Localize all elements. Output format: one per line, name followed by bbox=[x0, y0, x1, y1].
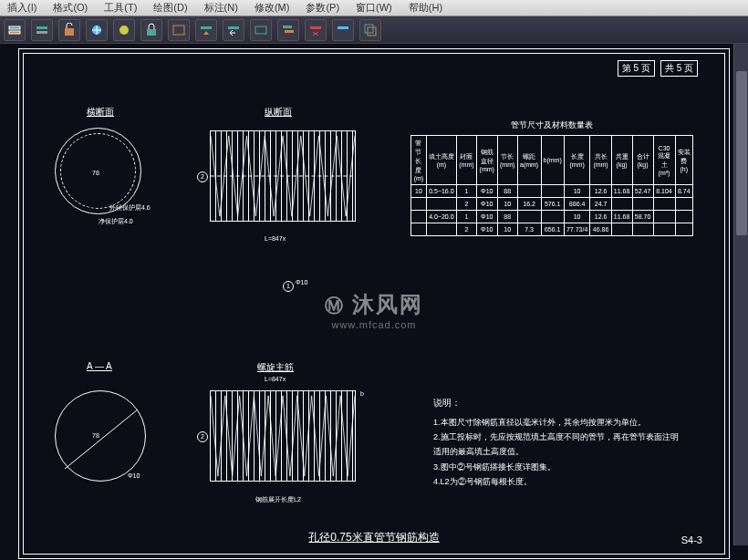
svg-rect-0 bbox=[9, 26, 20, 29]
sheet-total: 共 5 页 bbox=[660, 60, 698, 77]
table-cell: 576.1 bbox=[541, 198, 564, 211]
table-cell: 2 bbox=[456, 198, 476, 211]
tool-layer-4[interactable] bbox=[86, 19, 108, 41]
tool-layer-10[interactable] bbox=[250, 19, 272, 41]
phi-callout: Φ10 bbox=[296, 279, 307, 285]
table-cell bbox=[411, 198, 427, 211]
table-row: 100.5~16.01Φ1088 1012.611.6852.478.1048.… bbox=[411, 185, 693, 198]
tool-layer-7[interactable] bbox=[168, 19, 190, 41]
menu-modify[interactable]: 修改(M) bbox=[255, 1, 290, 15]
th-5: 螺距a(mm) bbox=[517, 136, 541, 185]
menu-format[interactable]: 格式(O) bbox=[53, 1, 88, 15]
page-info: 第 5 页 共 5 页 bbox=[618, 60, 698, 77]
section-title-long: 纵断面 bbox=[265, 106, 292, 119]
cross-section-circle: 78 bbox=[55, 128, 141, 214]
table-cell bbox=[426, 198, 456, 211]
note-2b: 适用的最高填土高度值。 bbox=[433, 444, 679, 459]
layer-off-icon bbox=[117, 23, 131, 37]
layer-delete-icon bbox=[308, 23, 323, 37]
table-cell: 4.0~20.0 bbox=[426, 211, 456, 223]
svg-rect-12 bbox=[283, 26, 292, 28]
menu-help[interactable]: 帮助(H) bbox=[409, 1, 442, 15]
table-cell bbox=[632, 223, 653, 236]
table-cell: 8.74 bbox=[675, 185, 693, 198]
table-cell bbox=[632, 198, 653, 211]
vertical-scrollbar[interactable] bbox=[733, 44, 748, 545]
layer-freeze-icon bbox=[89, 23, 104, 37]
menu-parametric[interactable]: 参数(P) bbox=[306, 1, 339, 15]
table-cell: 2 bbox=[456, 223, 476, 236]
table-cell: 11.68 bbox=[611, 211, 632, 223]
table-cell bbox=[426, 223, 456, 236]
dim-lb-1: L=847x bbox=[265, 235, 286, 242]
th-9: 共重(kg) bbox=[611, 136, 632, 185]
table-cell bbox=[653, 198, 675, 211]
table-cell: 52.47 bbox=[632, 185, 653, 198]
table-cell bbox=[611, 223, 632, 236]
menu-bar: 插入(I) 格式(O) 工具(T) 绘图(D) 标注(N) 修改(M) 参数(P… bbox=[0, 0, 748, 16]
layer-prev-icon bbox=[226, 23, 241, 37]
dim-lb-2: L=847x bbox=[265, 376, 286, 382]
th-0: 管节长度(m) bbox=[411, 136, 427, 185]
dim-b: b bbox=[360, 390, 364, 397]
svg-point-6 bbox=[119, 26, 129, 35]
table-cell: 46.86 bbox=[590, 223, 611, 236]
tool-layer-13[interactable] bbox=[332, 19, 354, 41]
table-cell: 88 bbox=[497, 185, 517, 198]
tool-layer-9[interactable] bbox=[223, 19, 244, 41]
th-7: 长度(mm) bbox=[564, 136, 590, 185]
layer-iso-icon bbox=[35, 23, 49, 37]
th-10: 合计(kg) bbox=[632, 136, 653, 185]
tool-layer-2[interactable] bbox=[31, 19, 53, 41]
table-row: 2Φ101016.2576.1886.424.7 bbox=[411, 198, 693, 211]
menu-draw[interactable]: 绘图(D) bbox=[153, 1, 187, 15]
table-cell: 12.6 bbox=[590, 185, 611, 198]
table-cell: 11.68 bbox=[611, 185, 632, 198]
th-6: b(mm) bbox=[541, 136, 564, 185]
tool-layer-3[interactable] bbox=[58, 19, 80, 41]
note-2: 2.施工投标时，先应按规范填土高度不同的管节，再在管节表面注明 bbox=[433, 430, 679, 444]
tool-layer-12[interactable] bbox=[305, 19, 327, 41]
layer-walk-icon bbox=[254, 23, 268, 37]
tool-layer-6[interactable] bbox=[140, 19, 162, 41]
tool-layer-11[interactable] bbox=[277, 19, 299, 41]
menu-insert[interactable]: 插入(I) bbox=[7, 1, 36, 15]
table-cell: 656.1 bbox=[541, 223, 564, 236]
menu-tools[interactable]: 工具(T) bbox=[104, 1, 137, 15]
svg-rect-13 bbox=[285, 30, 294, 33]
section-aa-circle: 78 bbox=[55, 390, 146, 482]
tool-layer-1[interactable] bbox=[4, 19, 26, 41]
th-1: 填土高度(m) bbox=[426, 136, 456, 185]
table-cell bbox=[675, 211, 693, 223]
table-cell bbox=[541, 185, 564, 198]
svg-rect-17 bbox=[368, 27, 376, 36]
menu-window[interactable]: 窗口(W) bbox=[356, 1, 392, 15]
layer-state-icon bbox=[171, 23, 186, 37]
tool-layer-8[interactable] bbox=[195, 19, 217, 41]
watermark-text: 沐风网 bbox=[352, 292, 423, 316]
table-cell: 77.73/4 bbox=[564, 223, 590, 236]
th-12: 安装费(h) bbox=[675, 136, 693, 185]
svg-rect-16 bbox=[365, 25, 373, 33]
table-cell: Φ10 bbox=[476, 211, 497, 223]
menu-dimension[interactable]: 标注(N) bbox=[204, 1, 238, 15]
tool-layer-5[interactable] bbox=[113, 19, 135, 41]
section-title-aa: A — A bbox=[87, 361, 112, 371]
table-cell: 0.5~16.0 bbox=[426, 185, 456, 198]
toolbar bbox=[0, 16, 748, 44]
svg-rect-14 bbox=[310, 26, 321, 29]
table-cell: 24.7 bbox=[590, 198, 611, 211]
tool-layer-14[interactable] bbox=[359, 19, 381, 41]
table-cell: 10 bbox=[497, 223, 517, 236]
layer-unlock-icon bbox=[62, 23, 77, 37]
dim-rebarlen: 钢筋展开长度L2 bbox=[255, 495, 301, 504]
layer-vpfrz-icon bbox=[336, 23, 350, 37]
note-1: 1.本图尺寸除钢筋直径以毫米计外，其余均按厘米为单位。 bbox=[433, 415, 679, 430]
layer-copy-icon bbox=[363, 23, 378, 37]
drawing-canvas[interactable]: 第 5 页 共 5 页 横断面 纵断面 A — A 螺旋主筋 78 净保护层4.… bbox=[0, 44, 748, 560]
th-3: 钢筋直径(mm) bbox=[476, 136, 497, 185]
table-header-row: 管节长度(m) 填土高度(m) 封面(mm) 钢筋直径(mm) 节长(mm) 螺… bbox=[411, 136, 693, 185]
layer-icon bbox=[7, 23, 22, 37]
table-cell bbox=[411, 211, 427, 223]
material-table: 管节长度(m) 填土高度(m) 封面(mm) 钢筋直径(mm) 节长(mm) 螺… bbox=[410, 135, 693, 236]
